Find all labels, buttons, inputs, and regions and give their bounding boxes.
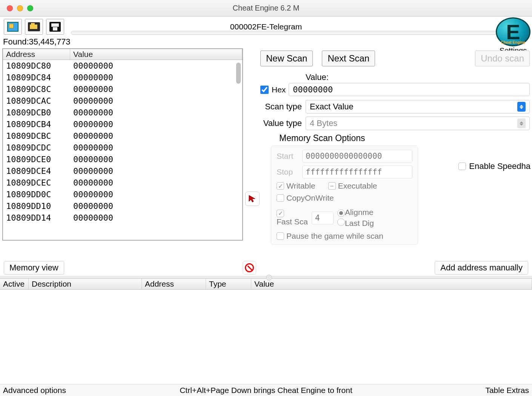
chevron-updown-icon xyxy=(517,102,526,112)
mscan-stop-input[interactable] xyxy=(302,166,412,178)
col-active[interactable]: Active xyxy=(0,279,29,289)
last-digits-radio[interactable]: Last Dig xyxy=(337,218,374,228)
result-address: 10809DCAC xyxy=(6,95,73,107)
result-value: 00000000 xyxy=(73,72,113,83)
result-value: 00000000 xyxy=(73,130,113,142)
results-pane: Address Value 10809DC800000000010809DC84… xyxy=(0,48,245,259)
speedhack-row: Enable Speedha xyxy=(458,161,530,171)
logo-brand: Cheat Engine xyxy=(501,40,525,45)
clear-list-button[interactable] xyxy=(243,261,256,275)
results-row[interactable]: 10809DD0C00000000 xyxy=(3,189,242,200)
value-caption: Value: xyxy=(306,72,530,82)
result-address: 10809DCEC xyxy=(6,177,73,189)
table-extras-link[interactable]: Table Extras xyxy=(485,386,529,395)
result-address: 10809DD14 xyxy=(6,212,73,224)
copyonwrite-label: CopyOnWrite xyxy=(286,193,334,203)
result-value: 00000000 xyxy=(73,200,113,212)
executable-label: Executable xyxy=(338,181,377,190)
cheat-table-body[interactable] xyxy=(0,290,532,388)
hex-label: Hex xyxy=(272,85,286,94)
window-title: Cheat Engine 6.2 M xyxy=(0,4,532,12)
value-type-label: Value type xyxy=(260,118,302,128)
hex-checkbox[interactable] xyxy=(260,86,269,94)
mscan-start-label: Start xyxy=(277,152,297,161)
results-row[interactable]: 10809DCAC00000000 xyxy=(3,95,242,107)
speedhack-checkbox[interactable] xyxy=(458,163,466,170)
results-body[interactable]: 10809DC800000000010809DC840000000010809D… xyxy=(3,60,242,240)
alignment-label: Alignme xyxy=(345,208,374,216)
cursor-arrow-icon xyxy=(248,195,257,203)
result-value: 00000000 xyxy=(73,142,113,153)
speedhack-label: Enable Speedha xyxy=(469,161,530,171)
scan-controls-pane: New Scan Next Scan Undo scan Value: Hex … xyxy=(245,48,532,259)
results-row[interactable]: 10809DD1000000000 xyxy=(3,200,242,212)
col-value[interactable]: Value xyxy=(251,279,532,289)
result-address: 10809DCB0 xyxy=(6,107,73,118)
results-header: Address Value xyxy=(3,49,242,60)
result-value: 00000000 xyxy=(73,118,113,130)
target-picker-button[interactable] xyxy=(245,192,260,206)
memory-view-button[interactable]: Memory view xyxy=(4,261,64,275)
mscan-stop-label: Stop xyxy=(277,167,297,177)
found-prefix: Found: xyxy=(3,37,29,46)
result-address: 10809DC8C xyxy=(6,83,73,95)
pause-game-checkbox[interactable]: Pause the game while scan xyxy=(277,232,383,241)
result-value: 00000000 xyxy=(73,189,113,200)
results-row[interactable]: 10809DC8400000000 xyxy=(3,72,242,83)
value-type-row: Value type 4 Bytes xyxy=(260,117,530,130)
scan-buttons: New Scan Next Scan Undo scan xyxy=(260,51,530,66)
chevron-updown-icon xyxy=(517,118,526,128)
found-count: Found:35,445,773 xyxy=(0,37,532,48)
fast-scan-row: ✓Fast Sca Alignme Last Dig xyxy=(277,208,412,228)
results-row[interactable]: 10809DCEC00000000 xyxy=(3,177,242,189)
result-address: 10809DCDC xyxy=(6,142,73,153)
results-col-value[interactable]: Value xyxy=(70,49,242,60)
result-value: 00000000 xyxy=(73,153,113,165)
result-value: 00000000 xyxy=(73,165,113,177)
fast-scan-checkbox[interactable]: ✓Fast Sca xyxy=(277,210,308,226)
found-value: 35,445,773 xyxy=(29,37,71,46)
results-row[interactable]: 10809DCB400000000 xyxy=(3,118,242,130)
results-row[interactable]: 10809DCDC00000000 xyxy=(3,142,242,153)
fast-scan-value-input[interactable] xyxy=(312,212,334,224)
horizontal-splitter[interactable] xyxy=(0,276,532,278)
value-type-value: 4 Bytes xyxy=(310,118,337,128)
result-value: 00000000 xyxy=(73,83,113,95)
status-bar: Advanced options Ctrl+Alt+Page Down brin… xyxy=(0,384,532,396)
col-type[interactable]: Type xyxy=(206,279,251,289)
new-scan-button[interactable]: New Scan xyxy=(260,51,313,66)
hex-value-row: Hex xyxy=(260,83,530,96)
result-address: 10809DCE4 xyxy=(6,165,73,177)
cheat-engine-logo-icon[interactable]: E Cheat Engine xyxy=(496,17,530,46)
results-row[interactable]: 10809DCB000000000 xyxy=(3,107,242,118)
results-row[interactable]: 10809DC8C00000000 xyxy=(3,83,242,95)
executable-checkbox[interactable]: –Executable xyxy=(328,181,377,190)
value-type-select[interactable]: 4 Bytes xyxy=(306,117,530,130)
mscan-start-input[interactable] xyxy=(302,150,412,163)
middle-actions: Memory view Add address manually xyxy=(0,259,532,276)
results-col-address[interactable]: Address xyxy=(3,49,70,60)
add-address-manually-button[interactable]: Add address manually xyxy=(435,261,528,275)
results-row[interactable]: 10809DCE400000000 xyxy=(3,165,242,177)
result-address: 10809DD0C xyxy=(6,189,73,200)
result-value: 00000000 xyxy=(73,95,113,107)
result-value: 00000000 xyxy=(73,177,113,189)
results-row[interactable]: 10809DCE000000000 xyxy=(3,153,242,165)
scan-type-label: Scan type xyxy=(260,102,302,112)
writable-checkbox[interactable]: ✓Writable xyxy=(277,181,315,190)
writable-label: Writable xyxy=(286,181,315,190)
undo-scan-button: Undo scan xyxy=(475,51,530,66)
results-scrollbar[interactable] xyxy=(236,63,241,84)
scan-value-input[interactable] xyxy=(289,83,530,96)
results-row[interactable]: 10809DCBC00000000 xyxy=(3,130,242,142)
results-row[interactable]: 10809DC8000000000 xyxy=(3,60,242,72)
col-address[interactable]: Address xyxy=(142,279,206,289)
scan-type-select[interactable]: Exact Value xyxy=(306,100,530,114)
col-description[interactable]: Description xyxy=(29,279,142,289)
next-scan-button[interactable]: Next Scan xyxy=(322,51,375,66)
main-split: Address Value 10809DC800000000010809DC84… xyxy=(0,48,532,259)
results-row[interactable]: 10809DD1400000000 xyxy=(3,212,242,224)
copyonwrite-checkbox[interactable]: CopyOnWrite xyxy=(277,193,334,203)
alignment-radio[interactable]: Alignme xyxy=(337,208,374,217)
scan-type-value: Exact Value xyxy=(310,102,354,112)
